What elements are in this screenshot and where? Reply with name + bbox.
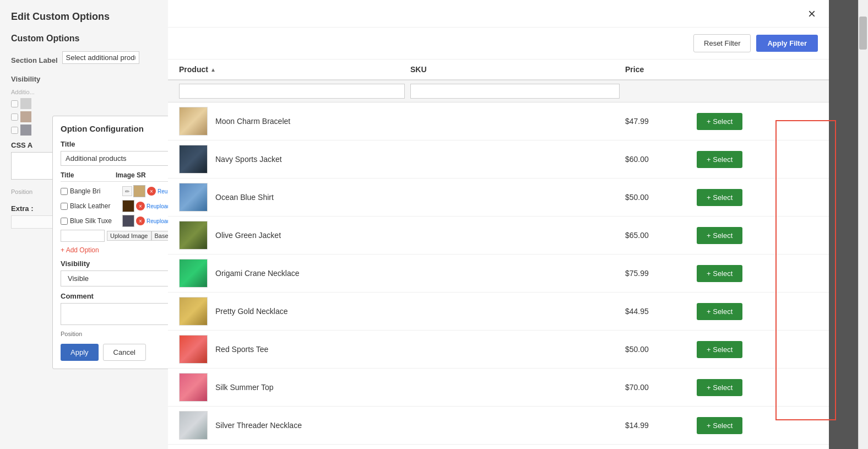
product-name-silk-top: Silk Summer Top	[215, 383, 274, 392]
position-label: Position	[61, 331, 82, 337]
option-name-leather: Black Leather	[70, 202, 122, 210]
product-filter-input[interactable]	[179, 84, 405, 99]
select-button-olive-jacket[interactable]: Select	[697, 227, 742, 244]
apply-button[interactable]: Apply	[61, 344, 99, 361]
price-pretty-gold: $44.95	[625, 307, 649, 316]
price-cell-silver-necklace: $14.99	[625, 421, 697, 430]
table-header-row: Product ▲ SKU Price	[168, 59, 829, 80]
product-name-ocean-shirt: Ocean Blue Shirt	[215, 193, 274, 202]
price-red-tee: $50.00	[625, 345, 649, 354]
product-row-ocean-shirt: Ocean Blue Shirt $50.00 Select	[168, 178, 829, 217]
img-thumb-leather	[122, 200, 134, 212]
action-cell-silver-necklace: Select	[697, 417, 818, 434]
img-thumb-tuxedo	[122, 215, 134, 227]
price-navy-jacket: $60.00	[625, 155, 649, 164]
reset-filter-button[interactable]: Reset Filter	[693, 34, 751, 52]
select-button-pretty-gold[interactable]: Select	[697, 303, 742, 320]
product-name-silver-necklace: Silver Threader Necklace	[215, 421, 302, 430]
sku-filter-input[interactable]	[410, 84, 620, 99]
edit-icon-bangle[interactable]: ✏	[122, 186, 132, 196]
price-silver-necklace: $14.99	[625, 421, 649, 430]
modal-close-button[interactable]: ×	[806, 7, 818, 20]
delete-icon-leather[interactable]: ×	[136, 202, 145, 210]
visibility-label: Visibility	[11, 75, 40, 83]
scrollbar-thumb[interactable]	[859, 17, 867, 50]
col-title-header: Title	[61, 171, 116, 179]
action-cell-navy-jacket: Select	[697, 151, 818, 168]
select-button-moon-charm[interactable]: Select	[697, 113, 742, 130]
product-thumb-origami	[179, 259, 208, 288]
product-row-origami: Origami Crane Necklace $75.99 Select	[168, 255, 829, 293]
price-cell-ocean-shirt: $50.00	[625, 193, 697, 202]
action-cell-ocean-shirt: Select	[697, 189, 818, 206]
product-thumb-olive-jacket	[179, 221, 208, 250]
product-cell-pretty-gold: Pretty Gold Necklace	[179, 297, 410, 326]
section-label-row: Section Label	[11, 51, 160, 69]
product-table: Product ▲ SKU Price	[168, 59, 829, 449]
item-checkbox-2[interactable]	[11, 113, 18, 121]
product-row-moon-charm: Moon Charm Bracelet $47.99 Select	[168, 102, 829, 140]
filter-row	[168, 80, 829, 102]
select-button-silver-necklace[interactable]: Select	[697, 417, 742, 434]
delete-icon-bangle[interactable]: ×	[147, 187, 156, 196]
sku-column-header: SKU	[410, 65, 625, 74]
select-button-origami[interactable]: Select	[697, 265, 742, 282]
price-cell-olive-jacket: $65.00	[625, 231, 697, 240]
price-moon-charm: $47.99	[625, 117, 649, 126]
option-name-bangle: Bangle Bri	[70, 187, 122, 195]
select-button-navy-jacket[interactable]: Select	[697, 151, 742, 168]
price-cell-silk-top: $70.00	[625, 383, 697, 392]
panel-title: Edit Custom Options	[11, 11, 160, 23]
product-cell-origami: Origami Crane Necklace	[179, 259, 410, 288]
action-cell-moon-charm: Select	[697, 113, 818, 130]
price-silk-top: $70.00	[625, 383, 649, 392]
apply-filter-button[interactable]: Apply Filter	[756, 35, 818, 52]
col-img-header: Image SR	[116, 171, 165, 179]
reupload-tuxedo[interactable]: Reupload	[147, 218, 170, 224]
modal-header: ×	[168, 0, 829, 28]
price-cell-moon-charm: $47.99	[625, 117, 697, 126]
price-cell-navy-jacket: $60.00	[625, 155, 697, 164]
select-button-silk-top[interactable]: Select	[697, 379, 742, 396]
product-row-navy-jacket: Navy Sports Jacket $60.00 Select	[168, 140, 829, 178]
price-origami: $75.99	[625, 269, 649, 278]
product-thumb-navy-jacket	[179, 145, 208, 174]
action-cell-red-tee: Select	[697, 341, 818, 358]
product-name-red-tee: Red Sports Tee	[215, 345, 268, 354]
option-checkbox-tuxedo[interactable]	[61, 218, 68, 225]
product-thumb-pretty-gold	[179, 297, 208, 326]
product-thumb-moon-charm	[179, 107, 208, 136]
sku-filter-cell	[410, 84, 625, 99]
modal-scrollbar[interactable]	[858, 0, 868, 449]
price-olive-jacket: $65.00	[625, 231, 649, 240]
item-checkbox-3[interactable]	[11, 127, 18, 134]
product-row-pretty-gold: Pretty Gold Necklace $44.95 Select	[168, 293, 829, 331]
reupload-leather[interactable]: Reupload	[147, 203, 170, 209]
price-column-header: Price	[625, 65, 697, 74]
product-name-navy-jacket: Navy Sports Jacket	[215, 155, 282, 164]
upload-image-button[interactable]: Upload Image	[107, 231, 151, 241]
item-checkbox-1[interactable]	[11, 100, 18, 107]
product-row-red-tee: Red Sports Tee $50.00 Select	[168, 331, 829, 369]
option-checkbox-bangle[interactable]	[61, 188, 68, 195]
delete-icon-tuxedo[interactable]: ×	[136, 217, 145, 225]
price-cell-red-tee: $50.00	[625, 345, 697, 354]
product-name-olive-jacket: Olive Green Jacket	[215, 231, 281, 240]
select-button-red-tee[interactable]: Select	[697, 341, 742, 358]
select-button-ocean-shirt[interactable]: Select	[697, 189, 742, 206]
product-name-pretty-gold: Pretty Gold Necklace	[215, 307, 288, 316]
cancel-button[interactable]: Cancel	[103, 344, 146, 361]
price-cell-pretty-gold: $44.95	[625, 307, 697, 316]
product-thumb-red-tee	[179, 335, 208, 364]
product-column-header: Product ▲	[179, 65, 410, 74]
section-label-label: Section Label	[11, 56, 58, 64]
product-cell-olive-jacket: Olive Green Jacket	[179, 221, 410, 250]
product-thumb-silk-top	[179, 373, 208, 402]
product-row-olive-jacket: Olive Green Jacket $65.00 Select	[168, 217, 829, 255]
new-option-input[interactable]	[61, 230, 105, 242]
option-checkbox-leather[interactable]	[61, 203, 68, 210]
product-modal: × Reset Filter Apply Filter Product ▲ SK…	[168, 0, 829, 449]
section-label-input[interactable]	[62, 51, 139, 64]
action-cell-origami: Select	[697, 265, 818, 282]
sort-arrow-icon[interactable]: ▲	[210, 67, 216, 73]
